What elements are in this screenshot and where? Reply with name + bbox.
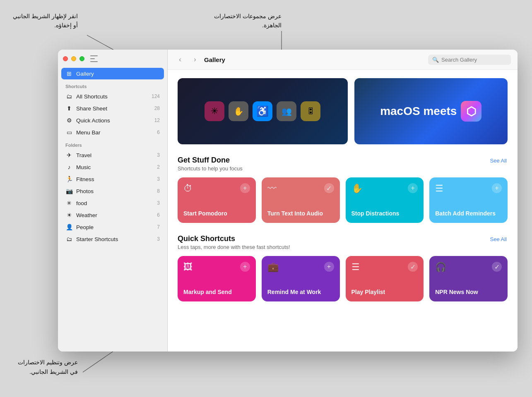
batch-reminders-label: Batch Add Reminders	[435, 210, 502, 217]
sidebar-item-food[interactable]: ✳ food 3	[61, 197, 164, 209]
back-button[interactable]: ‹	[174, 54, 186, 65]
food-icon: ✳	[65, 200, 73, 206]
quick-shortcuts-see-all[interactable]: See All	[489, 235, 508, 243]
remind-work-add-icon: +	[324, 262, 334, 272]
stop-distractions-add-icon: +	[408, 183, 418, 193]
hero-row: ✳ ✋ ♿ 👥 🎛 macOS meets ⬡	[178, 78, 508, 144]
sidebar-toggle-button[interactable]	[90, 55, 98, 62]
npr-news-label: NPR News Now	[435, 288, 502, 296]
quick-shortcuts-header: Quick Shortcuts Less taps, more done wit…	[178, 234, 508, 250]
hero-accessibility-card[interactable]: ✳ ✋ ♿ 👥 🎛	[178, 78, 348, 144]
sidebar: ⊞ Gallery Shortcuts 🗂 All Shortcuts 124 …	[58, 50, 168, 352]
npr-news-icon: 🎧	[435, 262, 446, 273]
play-playlist-label: Play Playlist	[351, 288, 418, 296]
pomodoro-icon: ⏱	[183, 183, 193, 194]
macos-meets-text: macOS meets ⬡	[380, 101, 481, 122]
quick-shortcuts-cards: 🖼 + Markup and Send 💼 + Remind Me at Wor…	[178, 256, 508, 301]
card-markup-and-send[interactable]: 🖼 + Markup and Send	[178, 256, 256, 301]
starter-shortcuts-icon: 🗂	[65, 236, 73, 242]
forward-button[interactable]: ›	[189, 54, 201, 65]
npr-news-check-icon: ✓	[492, 262, 502, 272]
annotation-gallery-groups: عرض مجموعات الاختصارات الجاهزة.	[199, 12, 282, 30]
accessibility-hand-icon: ✋	[229, 101, 248, 121]
titlebar	[58, 50, 167, 66]
svg-line-2	[83, 349, 116, 372]
card-remind-me-at-work[interactable]: 💼 + Remind Me at Work	[262, 256, 340, 301]
sidebar-item-weather[interactable]: ☀ Weather 6	[61, 209, 164, 221]
menu-bar-icon: ▭	[65, 129, 73, 136]
sidebar-item-menu-bar[interactable]: ▭ Menu Bar 6	[61, 127, 164, 138]
card-npr-news-now[interactable]: 🎧 ✓ NPR News Now	[429, 256, 508, 301]
search-box[interactable]: 🔍	[428, 55, 511, 65]
sidebar-item-travel[interactable]: ✈ Travel 3	[61, 149, 164, 161]
get-stuff-done-header: Get Stuff Done Shortcuts to help you foc…	[178, 156, 508, 172]
main-window: ⊞ Gallery Shortcuts 🗂 All Shortcuts 124 …	[58, 50, 518, 352]
quick-shortcuts-title-group: Quick Shortcuts Less taps, more done wit…	[178, 234, 290, 250]
get-stuff-done-title: Get Stuff Done	[178, 156, 243, 165]
share-sheet-icon: ⬆	[65, 105, 73, 112]
quick-actions-icon: ⚙	[65, 117, 73, 124]
remind-work-icon: 💼	[267, 262, 279, 273]
quick-shortcuts-title: Quick Shortcuts	[178, 234, 290, 243]
card-start-pomodoro[interactable]: ⏱ + Start Pomodoro	[178, 177, 256, 223]
sidebar-item-share-sheet[interactable]: ⬆ Share Sheet 28	[61, 103, 164, 114]
accessibility-sliders-icon: 🎛	[301, 101, 320, 121]
markup-send-add-icon: +	[240, 262, 250, 272]
minimize-button[interactable]	[71, 56, 76, 61]
maximize-button[interactable]	[79, 56, 84, 61]
close-button[interactable]	[63, 56, 68, 61]
sidebar-item-photos[interactable]: 📷 Photos 8	[61, 185, 164, 197]
text-audio-check-icon: ✓	[324, 183, 334, 193]
sidebar-item-people[interactable]: 👤 People 7	[61, 221, 164, 233]
all-shortcuts-icon: 🗂	[65, 93, 73, 100]
shortcuts-app-icon: ⬡	[461, 101, 481, 122]
pomodoro-add-icon: +	[240, 183, 250, 193]
sidebar-item-gallery[interactable]: ⊞ Gallery	[61, 68, 164, 79]
gallery-icon: ⊞	[65, 70, 73, 77]
batch-reminders-icon: ☰	[435, 183, 443, 194]
weather-icon: ☀	[65, 212, 73, 218]
main-content: ‹ › Gallery 🔍 ✳ ✋ ♿ 👥 🎛	[168, 50, 518, 352]
sidebar-item-music[interactable]: ♪ Music 2	[61, 161, 164, 173]
pomodoro-label: Start Pomodoro	[183, 210, 250, 217]
search-input[interactable]	[441, 57, 507, 63]
get-stuff-done-title-group: Get Stuff Done Shortcuts to help you foc…	[178, 156, 243, 172]
card-stop-distractions[interactable]: ✋ + Stop Distractions	[346, 177, 424, 223]
search-icon: 🔍	[432, 57, 439, 63]
sidebar-section-folders: Folders	[61, 139, 164, 149]
accessibility-wheelchair-icon: ♿	[253, 101, 272, 121]
sidebar-item-fitness[interactable]: 🏃 Fitness 3	[61, 173, 164, 185]
music-icon: ♪	[65, 164, 73, 170]
toolbar: ‹ › Gallery 🔍	[168, 50, 518, 70]
markup-send-label: Markup and Send	[183, 288, 250, 296]
people-icon: 👤	[65, 224, 73, 230]
accessibility-people-icon: 👥	[277, 101, 296, 121]
toolbar-title: Gallery	[204, 56, 225, 63]
sidebar-item-starter-shortcuts[interactable]: 🗂 Starter Shortcuts 3	[61, 233, 164, 245]
card-play-playlist[interactable]: ☰ ✓ Play Playlist	[346, 256, 424, 301]
get-stuff-done-see-all[interactable]: See All	[489, 157, 508, 165]
batch-reminders-add-icon: +	[492, 183, 502, 193]
quick-shortcuts-subtitle: Less taps, more done with these fast sho…	[178, 244, 290, 250]
play-playlist-icon: ☰	[351, 262, 360, 273]
sidebar-item-all-shortcuts[interactable]: 🗂 All Shortcuts 124	[61, 91, 164, 102]
travel-icon: ✈	[65, 152, 73, 158]
play-playlist-check-icon: ✓	[408, 262, 418, 272]
text-audio-label: Turn Text Into Audio	[267, 210, 334, 217]
get-stuff-done-subtitle: Shortcuts to help you focus	[178, 165, 243, 172]
markup-send-icon: 🖼	[183, 262, 193, 273]
stop-distractions-icon: ✋	[351, 183, 363, 194]
photos-icon: 📷	[65, 188, 73, 194]
get-stuff-done-cards: ⏱ + Start Pomodoro 〰 ✓ Turn Text Into Au…	[178, 177, 508, 223]
card-turn-text-into-audio[interactable]: 〰 ✓ Turn Text Into Audio	[262, 177, 340, 223]
stop-distractions-label: Stop Distractions	[351, 210, 418, 217]
sidebar-item-quick-actions[interactable]: ⚙ Quick Actions 12	[61, 115, 164, 126]
text-audio-icon: 〰	[267, 183, 277, 194]
sidebar-nav: ⊞ Gallery Shortcuts 🗂 All Shortcuts 124 …	[58, 66, 167, 352]
remind-work-label: Remind Me at Work	[267, 288, 334, 296]
hero-macos-card[interactable]: macOS meets ⬡	[354, 78, 508, 144]
card-batch-add-reminders[interactable]: ☰ + Batch Add Reminders	[429, 177, 508, 223]
annotation-sidebar-toggle: انقر لإظهار الشريط الجانبي أو إخفاؤه.	[12, 12, 78, 30]
accessibility-asterisk-icon: ✳	[205, 101, 224, 121]
annotation-sidebar-organize: عرض وتنظيم الاختصارات في الشريط الجانبي.	[12, 358, 78, 376]
